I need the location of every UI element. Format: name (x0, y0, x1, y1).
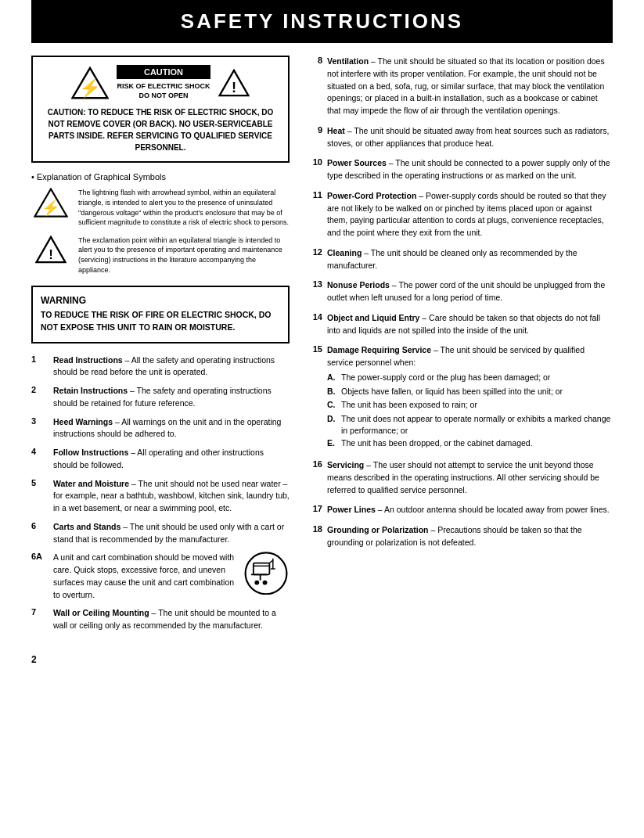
svg-rect-9 (254, 563, 270, 575)
content-area: ⚡ CAUTION RISK OF ELECTRIC SHOCK DO NOT … (31, 56, 613, 638)
instruction-text: Power-Cord Protection – Power-supply cor… (327, 190, 613, 239)
list-item: 3Heed Warnings – All warnings on the uni… (31, 416, 290, 441)
page: SAFETY INSTRUCTIONS ⚡ CAUTION RISK OF EL… (0, 0, 644, 838)
list-item: 15Damage Requiring Service – The unit sh… (305, 344, 613, 451)
list-item: 2Retain Instructions – The safety and op… (31, 385, 290, 410)
instruction-text: A unit and cart combination should be mo… (53, 552, 290, 601)
graphical-symbols-section: • Explanation of Graphical Symbols ⚡ The… (31, 172, 290, 275)
instruction-text: Heat – The unit should be situated away … (327, 125, 613, 150)
caution-box: ⚡ CAUTION RISK OF ELECTRIC SHOCK DO NOT … (31, 56, 290, 163)
list-item: 4Follow Instructions – All operating and… (31, 447, 290, 472)
list-item: 17Power Lines – An outdoor antenna shoul… (305, 504, 613, 516)
right-instructions-list: 8Ventilation – The unit should be situat… (305, 56, 613, 549)
instruction-number: 4 (31, 447, 49, 456)
exclamation-small-icon: ! (31, 236, 70, 264)
instruction-number: 7 (31, 607, 49, 617)
caution-text: CAUTION: TO REDUCE THE RISK OF ELECTRIC … (41, 106, 280, 153)
list-item: 1Read Instructions – All the safety and … (31, 354, 290, 379)
list-item: 12Cleaning – The unit should be cleaned … (305, 247, 613, 272)
svg-point-8 (246, 553, 287, 595)
instruction-text: Servicing – The user should not attempt … (327, 459, 613, 496)
instruction-number: 10 (305, 157, 322, 167)
symbol-row-1: ⚡ The lightning flash with arrowhead sym… (31, 188, 290, 227)
instruction-number: 14 (305, 312, 322, 322)
caution-label-area: CAUTION RISK OF ELECTRIC SHOCK DO NOT OP… (117, 65, 210, 100)
instruction-number: 1 (31, 354, 49, 364)
svg-text:⚡: ⚡ (41, 200, 60, 218)
list-item: 6Carts and Stands – The unit should be u… (31, 521, 290, 546)
lightning-bolt-icon: ⚡ (71, 67, 109, 99)
svg-text:⚡: ⚡ (79, 77, 101, 99)
instruction-number: 13 (305, 279, 322, 289)
svg-point-13 (263, 581, 268, 585)
caution-sub-label-2: DO NOT OPEN (117, 92, 210, 101)
right-column: 8Ventilation – The unit should be situat… (305, 56, 613, 638)
instruction-number: 15 (305, 344, 322, 354)
left-instructions-list: 1Read Instructions – All the safety and … (31, 354, 290, 632)
svg-text:!: ! (49, 247, 53, 262)
instruction-text: Object and Liquid Entry – Care should be… (327, 312, 613, 337)
instruction-number: 16 (305, 459, 322, 469)
list-item: 13Nonuse Periods – The power cord of the… (305, 279, 613, 304)
instruction-text: Heed Warnings – All warnings on the unit… (53, 416, 290, 441)
list-item: 10Power Sources – The unit should be con… (305, 157, 613, 182)
list-item: 14Object and Liquid Entry – Care should … (305, 312, 613, 337)
svg-point-12 (254, 581, 259, 585)
instruction-number: 6A (31, 552, 49, 561)
instruction-text: Retain Instructions – The safety and ope… (53, 385, 290, 410)
list-item: 6A A unit and cart combination should be… (31, 552, 290, 601)
instruction-text: Follow Instructions – All operating and … (53, 447, 290, 472)
instruction-number: 5 (31, 478, 49, 487)
sub-list-item: A.The power-supply cord or the plug has … (327, 372, 613, 384)
list-item: 7Wall or Ceiling Mounting – The unit sho… (31, 607, 290, 632)
instruction-text: Water and Moisture – The unit should not… (53, 478, 290, 515)
sub-list: A.The power-supply cord or the plug has … (327, 372, 613, 450)
cart-icon (243, 552, 290, 595)
instruction-number: 9 (305, 125, 322, 135)
instruction-number: 12 (305, 247, 322, 257)
warning-box: WARNING TO REDUCE THE RISK OF FIRE OR EL… (31, 286, 290, 343)
instruction-text: Cleaning – The unit should be cleaned on… (327, 247, 613, 272)
instruction-text: Nonuse Periods – The power cord of the u… (327, 279, 613, 304)
instruction-number: 17 (305, 504, 322, 513)
warning-title: WARNING (41, 295, 280, 306)
warning-text: TO REDUCE THE RISK OF FIRE OR ELECTRIC S… (41, 309, 280, 334)
list-item: 5Water and Moisture – The unit should no… (31, 478, 290, 515)
sub-list-item: D.The unit does not appear to operate no… (327, 413, 613, 436)
instruction-text: Carts and Stands – The unit should be us… (53, 521, 290, 546)
page-number: 2 (31, 654, 613, 665)
page-header: SAFETY INSTRUCTIONS (31, 0, 613, 43)
caution-label: CAUTION (117, 65, 210, 79)
left-column: ⚡ CAUTION RISK OF ELECTRIC SHOCK DO NOT … (31, 56, 290, 638)
symbol-row-2: ! The exclamation point within an equila… (31, 236, 290, 275)
instruction-text: Power Sources – The unit should be conne… (327, 157, 613, 182)
instruction-number: 11 (305, 190, 322, 200)
instruction-text: Read Instructions – All the safety and o… (53, 354, 290, 379)
list-item: 18Grounding or Polarization – Precaution… (305, 524, 613, 549)
instruction-text: Ventilation – The unit should be situate… (327, 56, 613, 117)
instruction-number: 18 (305, 524, 322, 534)
sub-list-item: B.Objects have fallen, or liquid has bee… (327, 386, 613, 398)
symbol-2-description: The exclamation point within an equilate… (78, 236, 290, 275)
sub-list-item: C.The unit has been exposed to rain; or (327, 399, 613, 412)
list-item: 9Heat – The unit should be situated away… (305, 125, 613, 150)
exclamation-icon: ! (218, 69, 250, 97)
instruction-number: 8 (305, 56, 322, 65)
page-title: SAFETY INSTRUCTIONS (31, 9, 613, 34)
symbol-1-description: The lightning flash with arrowhead symbo… (78, 188, 290, 227)
instruction-text: Wall or Ceiling Mounting – The unit shou… (53, 607, 290, 632)
sub-list-item: E.The unit has been dropped, or the cabi… (327, 437, 613, 450)
instruction-number: 6 (31, 521, 49, 530)
list-item: 11Power-Cord Protection – Power-supply c… (305, 190, 613, 239)
instruction-number: 3 (31, 416, 49, 426)
graphical-symbols-heading: • Explanation of Graphical Symbols (31, 172, 290, 182)
list-item: 8Ventilation – The unit should be situat… (305, 56, 613, 117)
instruction-text: Grounding or Polarization – Precautions … (327, 524, 613, 549)
svg-text:!: ! (231, 79, 236, 95)
caution-sub-label-1: RISK OF ELECTRIC SHOCK (117, 82, 210, 92)
instruction-text: Power Lines – An outdoor antenna should … (327, 504, 610, 516)
instruction-text: Damage Requiring Service – The unit shou… (327, 344, 613, 451)
lightning-small-icon: ⚡ (31, 188, 70, 218)
instruction-number: 2 (31, 385, 49, 394)
caution-icons-row: ⚡ CAUTION RISK OF ELECTRIC SHOCK DO NOT … (41, 65, 280, 100)
